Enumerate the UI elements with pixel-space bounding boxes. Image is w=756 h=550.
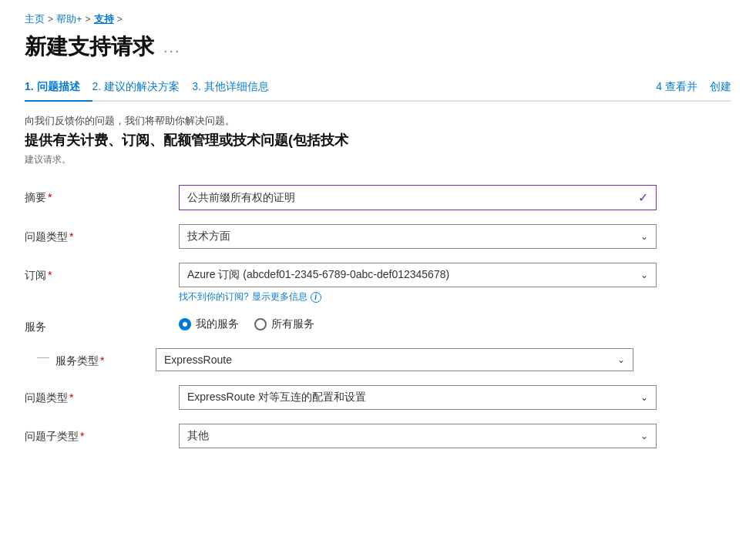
issue-type-row: 问题类型* 技术方面 ⌄: [25, 224, 731, 249]
breadcrumb-sep2: >: [86, 14, 91, 25]
summary-control: 公共前缀所有权的证明 ✓: [179, 185, 657, 210]
service-radio-all[interactable]: 所有服务: [254, 317, 314, 331]
summary-check-icon: ✓: [638, 190, 648, 205]
step-1[interactable]: 1. 问题描述: [25, 80, 92, 102]
problem-type-dropdown[interactable]: ExpressRoute 对等互连的配置和设置 ⌄: [179, 385, 657, 410]
step-3[interactable]: 3. 其他详细信息: [192, 80, 281, 94]
service-type-outer-row: 服务类型* ExpressRoute ⌄: [25, 348, 731, 371]
issue-type-arrow-icon: ⌄: [640, 231, 648, 242]
page-title-row: 新建支持请求 ...: [25, 32, 731, 62]
title-more-button[interactable]: ...: [163, 39, 181, 56]
service-type-arrow-icon: ⌄: [617, 354, 625, 365]
subscription-helper-text: 找不到你的订阅?: [179, 290, 249, 304]
info-icon[interactable]: i: [311, 292, 321, 303]
info-text: 向我们反馈你的问题，我们将帮助你解决问题。: [25, 114, 731, 128]
service-type-label: 服务类型*: [55, 348, 156, 368]
step-right: 4 查看并 创建: [656, 80, 731, 94]
problem-subtype-value: 其他: [187, 429, 640, 443]
problem-type-arrow-icon: ⌄: [640, 392, 648, 403]
service-type-required: *: [100, 354, 104, 367]
steps-nav: 1. 问题描述 2. 建议的解决方案 3. 其他详细信息 4 查看并 创建: [25, 80, 731, 102]
service-type-control: ExpressRoute ⌄: [156, 348, 633, 371]
service-radio-my[interactable]: 我的服务: [179, 317, 239, 331]
summary-dropdown[interactable]: 公共前缀所有权的证明 ✓: [179, 185, 657, 210]
problem-type-value: ExpressRoute 对等互连的配置和设置: [187, 391, 640, 404]
service-label: 服务: [25, 317, 179, 334]
subscription-dropdown[interactable]: Azure 订阅 (abcdef01-2345-6789-0abc-def012…: [179, 263, 657, 287]
breadcrumb-help[interactable]: 帮助+: [56, 12, 82, 26]
page-container: 主页 > 帮助+ > 支持 > 新建支持请求 ... 1. 问题描述 2. 建议…: [0, 0, 756, 487]
service-radio-all-circle: [254, 318, 267, 330]
service-type-dropdown[interactable]: ExpressRoute ⌄: [156, 348, 633, 371]
breadcrumb: 主页 > 帮助+ > 支持 >: [25, 12, 731, 26]
subscription-label: 订阅*: [25, 263, 179, 283]
service-radio-my-circle: [179, 318, 191, 330]
service-radio-all-label: 所有服务: [271, 317, 314, 331]
suggestion-text: 提供有关计费、订阅、配额管理或技术问题(包括技术: [25, 131, 731, 150]
subscription-control: Azure 订阅 (abcdef01-2345-6789-0abc-def012…: [179, 263, 657, 304]
page-title: 新建支持请求: [25, 32, 154, 62]
issue-type-value: 技术方面: [187, 230, 640, 243]
summary-required: *: [48, 191, 52, 203]
problem-type-control: ExpressRoute 对等互连的配置和设置 ⌄: [179, 385, 657, 410]
service-type-value: ExpressRoute: [164, 354, 617, 366]
summary-row: 摘要* 公共前缀所有权的证明 ✓: [25, 185, 731, 210]
step-2[interactable]: 2. 建议的解决方案: [92, 80, 193, 94]
summary-label: 摘要*: [25, 185, 179, 205]
breadcrumb-sep3: >: [117, 14, 123, 25]
create-label[interactable]: 创建: [710, 80, 731, 94]
service-control: 我的服务 所有服务: [179, 317, 657, 331]
issue-type-dropdown[interactable]: 技术方面 ⌄: [179, 224, 657, 249]
problem-subtype-required: *: [80, 430, 84, 442]
service-radio-my-label: 我的服务: [196, 317, 239, 331]
issue-type-control: 技术方面 ⌄: [179, 224, 657, 249]
subscription-required: *: [48, 269, 52, 281]
problem-subtype-control: 其他 ⌄: [179, 424, 657, 448]
problem-type-label: 问题类型*: [25, 385, 179, 405]
problem-type-row: 问题类型* ExpressRoute 对等互连的配置和设置 ⌄: [25, 385, 731, 410]
summary-value: 公共前缀所有权的证明: [187, 191, 635, 205]
subscription-arrow-icon: ⌄: [640, 270, 648, 280]
subscription-helper-link[interactable]: 显示更多信息: [252, 290, 307, 304]
form-section: 摘要* 公共前缀所有权的证明 ✓ 问题类型* 技术方面 ⌄: [25, 185, 731, 448]
service-row: 服务 我的服务 所有服务: [25, 317, 731, 334]
subscription-value: Azure 订阅 (abcdef01-2345-6789-0abc-def012…: [187, 268, 640, 282]
problem-subtype-row: 问题子类型* 其他 ⌄: [25, 424, 731, 448]
step-4-label[interactable]: 4 查看并: [656, 80, 697, 94]
breadcrumb-current[interactable]: 支持: [94, 12, 114, 26]
breadcrumb-sep1: >: [48, 14, 53, 25]
issue-type-required: *: [69, 230, 73, 243]
problem-subtype-label: 问题子类型*: [25, 424, 179, 444]
subscription-helper: 找不到你的订阅? 显示更多信息 i: [179, 290, 657, 304]
subscription-row: 订阅* Azure 订阅 (abcdef01-2345-6789-0abc-de…: [25, 263, 731, 304]
breadcrumb-home[interactable]: 主页: [25, 12, 45, 26]
sub-suggestion: 建议请求。: [25, 153, 731, 166]
problem-subtype-arrow-icon: ⌄: [640, 431, 648, 441]
issue-type-label: 问题类型*: [25, 224, 179, 244]
problem-type-required: *: [69, 391, 73, 404]
service-radio-group: 我的服务 所有服务: [179, 317, 657, 331]
problem-subtype-dropdown[interactable]: 其他 ⌄: [179, 424, 657, 448]
